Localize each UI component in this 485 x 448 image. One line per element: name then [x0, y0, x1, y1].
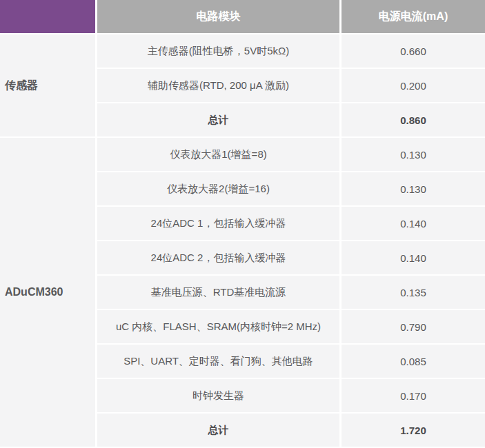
cell-module: SPI、UART、定时器、看门狗、其他电路	[97, 345, 339, 378]
cell-current-total: 0.860	[342, 103, 485, 136]
cell-current: 0.200	[342, 69, 485, 102]
column-header-supply-current: 电源电流(mA)	[342, 0, 485, 33]
cell-current: 0.790	[342, 310, 485, 343]
cell-module: 24位ADC 1，包括输入缓冲器	[97, 207, 339, 240]
cell-current-total: 1.720	[342, 414, 485, 447]
cell-module: 仪表放大器2(增益=16)	[97, 172, 339, 205]
cell-module: 时钟发生器	[97, 379, 339, 412]
cell-module-total: 总计	[97, 414, 339, 447]
cell-current: 0.085	[342, 345, 485, 378]
cell-module: 辅助传感器(RTD, 200 μA 激励)	[97, 69, 339, 102]
cell-module-total: 总计	[97, 103, 339, 136]
cell-module: 主传感器(阻性电桥，5V时5kΩ)	[97, 34, 339, 68]
cell-module: 仪表放大器1(增益=8)	[97, 138, 339, 171]
row-group-label-aducm360: ADuCM360	[0, 138, 95, 447]
cell-current: 0.660	[342, 34, 485, 68]
cell-current: 0.170	[342, 379, 485, 412]
row-group-label-sensor: 传感器	[0, 34, 95, 136]
cell-current: 0.130	[342, 138, 485, 171]
table-corner-cell	[0, 0, 95, 33]
power-consumption-table: 电路模块 电源电流(mA) 传感器 主传感器(阻性电桥，5V时5kΩ) 0.66…	[0, 0, 485, 447]
cell-current: 0.140	[342, 207, 485, 240]
column-header-circuit-module: 电路模块	[97, 0, 339, 33]
power-consumption-table-page: 电路模块 电源电流(mA) 传感器 主传感器(阻性电桥，5V时5kΩ) 0.66…	[0, 0, 485, 448]
cell-module: 24位ADC 2，包括输入缓冲器	[97, 241, 339, 274]
cell-current: 0.140	[342, 241, 485, 274]
cell-module: 基准电压源、RTD基准电流源	[97, 276, 339, 309]
cell-current: 0.130	[342, 172, 485, 205]
cell-current: 0.135	[342, 276, 485, 309]
cell-module: uC 内核、FLASH、SRAM(内核时钟=2 MHz)	[97, 310, 339, 343]
